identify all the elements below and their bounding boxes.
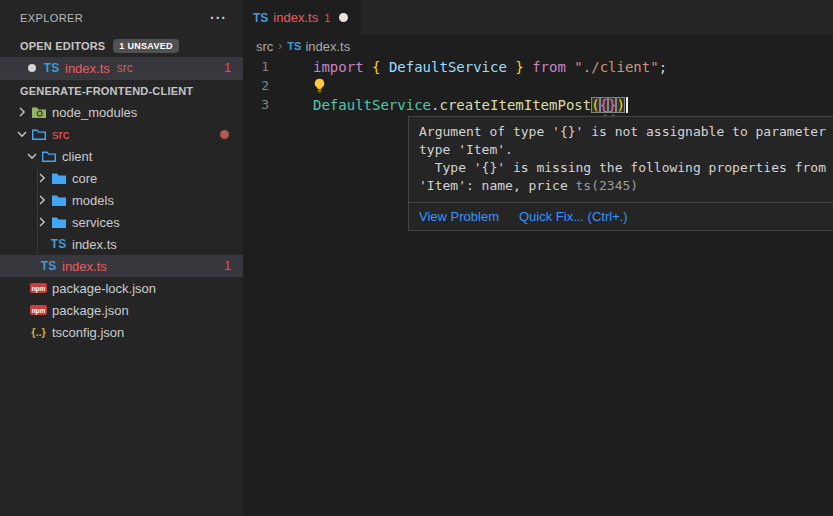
unsaved-dot-icon[interactable] xyxy=(28,64,36,72)
code-lines: 1import { DefaultService } from "./clien… xyxy=(243,57,833,114)
code-token: . xyxy=(431,97,439,113)
breadcrumb: src › TS index.ts xyxy=(243,35,833,57)
tree-item-label: models xyxy=(72,193,114,208)
tree-indent-spacer xyxy=(24,258,40,274)
folder-icon xyxy=(50,214,67,230)
editor-tab-bar: TS index.ts 1 xyxy=(243,0,833,35)
code-token: } xyxy=(515,59,523,75)
error-text: 'Item': name, price xyxy=(419,178,576,193)
open-editors-list: TSindex.tssrc1 xyxy=(0,57,243,79)
error-message-line: 'Item': name, price ts(2345) xyxy=(419,177,833,195)
error-count-badge: 1 xyxy=(224,61,231,75)
error-text: Argument of type '{}' is not assignable … xyxy=(419,124,833,139)
tree-item-src[interactable]: src xyxy=(0,123,243,145)
error-message-line: type 'Item'. xyxy=(419,141,833,159)
tree-indent-spacer xyxy=(14,280,30,296)
code-token xyxy=(566,59,574,75)
open-editor-path: src xyxy=(117,61,133,75)
breadcrumb-item-file[interactable]: index.ts xyxy=(305,39,350,54)
breadcrumb-separator-icon: › xyxy=(278,39,282,53)
tab-title: index.ts xyxy=(273,10,318,25)
tree-item-label: src xyxy=(52,127,69,142)
open-editor-item[interactable]: TSindex.tssrc1 xyxy=(0,57,243,79)
tree-indent-guide xyxy=(37,167,38,255)
code-token: ; xyxy=(659,59,667,75)
code-token: DefaultService xyxy=(313,97,431,113)
code-token: from xyxy=(532,59,566,75)
error-count-badge: 1 xyxy=(224,259,231,273)
npm-file-icon: npm xyxy=(30,280,47,296)
tab-error-count-badge: 1 xyxy=(324,12,330,24)
ts-file-icon: TS xyxy=(43,60,60,76)
json-file-icon: {..} xyxy=(30,324,47,340)
unsaved-count-badge: 1 UNSAVED xyxy=(113,39,179,53)
ts-file-icon: TS xyxy=(40,258,57,274)
explorer-header: EXPLORER ··· xyxy=(0,0,243,35)
tree-item-label: services xyxy=(72,215,120,230)
folder-error-dot-icon xyxy=(220,130,229,139)
code-token: ) xyxy=(616,97,624,113)
open-editors-section-header[interactable]: OPEN EDITORS 1 UNSAVED xyxy=(0,35,243,57)
chevron-right-icon[interactable] xyxy=(14,104,30,120)
folder-icon xyxy=(50,170,67,186)
view-problem-link[interactable]: View Problem xyxy=(419,209,499,224)
tree-item-label: package.json xyxy=(52,303,129,318)
error-hover-widget: Argument of type '{}' is not assignable … xyxy=(408,116,833,231)
folder-icon xyxy=(50,192,67,208)
code-token: createItemItemPost xyxy=(439,97,591,113)
node-modules-folder-icon xyxy=(30,104,47,120)
code-token: { xyxy=(372,59,380,75)
code-line-3: 3DefaultService.createItemItemPost({}) xyxy=(243,95,833,114)
tree-item-label: core xyxy=(72,171,97,186)
folder-open-icon xyxy=(40,148,57,164)
project-root-label: GENERATE-FRONTEND-CLIENT xyxy=(20,85,193,97)
code-token: "./client" xyxy=(574,59,658,75)
hover-action-bar: View Problem Quick Fix... (Ctrl+.) xyxy=(409,202,833,230)
code-line-2: 2 xyxy=(243,76,833,95)
chevron-down-icon[interactable] xyxy=(24,148,40,164)
explorer-title: EXPLORER xyxy=(20,12,83,24)
error-message-line: Argument of type '{}' is not assignable … xyxy=(419,123,833,141)
ts-file-icon: TS xyxy=(253,11,268,25)
tree-indent-spacer xyxy=(14,324,30,340)
npm-file-icon: npm xyxy=(30,302,47,318)
code-token: DefaultService xyxy=(380,59,515,75)
breadcrumb-item-src[interactable]: src xyxy=(256,39,273,54)
code-token: } xyxy=(608,97,616,113)
line-number: 2 xyxy=(243,78,269,93)
tree-item-label: index.ts xyxy=(72,237,117,252)
error-message: Argument of type '{}' is not assignable … xyxy=(409,117,833,202)
chevron-down-icon xyxy=(4,38,20,54)
tree-item-client[interactable]: client xyxy=(0,145,243,167)
chevron-down-icon xyxy=(4,83,20,99)
ts-file-icon: TS xyxy=(287,40,301,52)
code-token xyxy=(364,59,372,75)
tree-item-label: index.ts xyxy=(62,259,107,274)
unsaved-dot-icon[interactable] xyxy=(339,13,348,22)
tree-indent-spacer xyxy=(14,302,30,318)
project-section-header[interactable]: GENERATE-FRONTEND-CLIENT xyxy=(0,79,243,101)
tree-item-package-lock-json[interactable]: npmpackage-lock.json xyxy=(0,277,243,299)
vscode-window: EXPLORER ··· OPEN EDITORS 1 UNSAVED TSin… xyxy=(0,0,833,516)
chevron-down-icon[interactable] xyxy=(14,126,30,142)
error-text: type 'Item'. xyxy=(419,142,513,157)
more-actions-icon[interactable]: ··· xyxy=(210,10,227,26)
code-token: import xyxy=(313,59,364,75)
tree-item-label: client xyxy=(62,149,92,164)
code-token xyxy=(524,59,532,75)
tree-item-node-modules[interactable]: node_modules xyxy=(0,101,243,123)
line-number: 3 xyxy=(243,97,269,112)
tree-item-package-json[interactable]: npmpackage.json xyxy=(0,299,243,321)
tree-item-tsconfig-json[interactable]: {..}tsconfig.json xyxy=(0,321,243,343)
tree-item-label: tsconfig.json xyxy=(52,325,124,340)
tree-item-label: node_modules xyxy=(52,105,137,120)
explorer-sidebar: EXPLORER ··· OPEN EDITORS 1 UNSAVED TSin… xyxy=(0,0,243,516)
quick-fix-link[interactable]: Quick Fix... (Ctrl+.) xyxy=(519,209,628,224)
error-code: ts(2345) xyxy=(576,178,639,193)
ts-file-icon: TS xyxy=(50,236,67,252)
folder-open-icon xyxy=(30,126,47,142)
lightbulb-icon[interactable] xyxy=(313,78,326,93)
error-message-line: Type '{}' is missing the following prope… xyxy=(419,159,833,177)
tab-index-ts[interactable]: TS index.ts 1 xyxy=(243,0,361,35)
tree-item-index-ts[interactable]: TSindex.ts1 xyxy=(0,255,243,277)
